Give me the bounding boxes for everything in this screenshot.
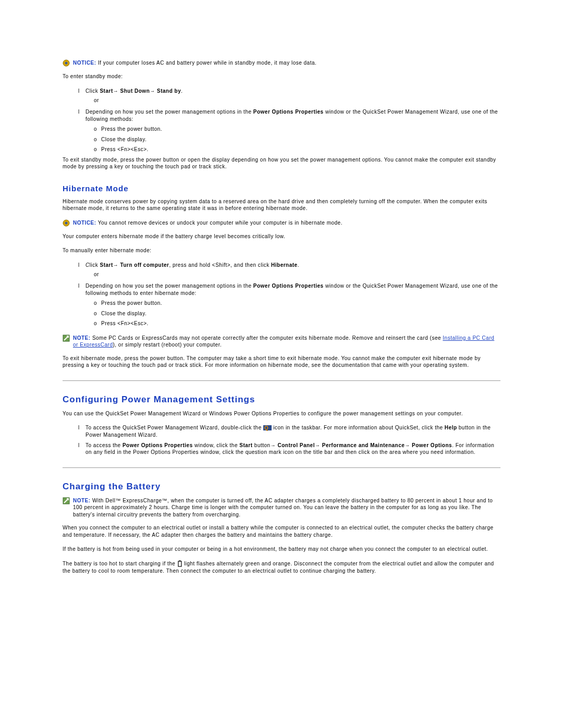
standby-exit: To exit standby mode, press the power bu… bbox=[63, 156, 500, 170]
bullet-o: o bbox=[94, 320, 101, 327]
note-text: NOTE: Some PC Cards or ExpressCards may … bbox=[73, 335, 500, 349]
notice-text: NOTICE: You cannot remove devices or und… bbox=[73, 219, 342, 227]
notice-hibernate-undock: NOTICE: You cannot remove devices or und… bbox=[63, 219, 500, 227]
standby-intro: To enter standby mode: bbox=[63, 73, 500, 80]
heading-charging: Charging the Battery bbox=[63, 482, 500, 492]
note-text: NOTE: With Dell™ ExpressCharge™, when th… bbox=[73, 497, 500, 519]
list-item: o Close the display. bbox=[94, 310, 500, 317]
bullet-o: o bbox=[94, 146, 101, 153]
list-item: l Click Start→ Turn off computer, press … bbox=[78, 262, 500, 269]
bullet-l: l bbox=[78, 262, 85, 269]
svg-text:Q: Q bbox=[264, 425, 268, 431]
bullet-l: l bbox=[78, 424, 85, 431]
quickset-taskbar-icon: Q bbox=[263, 424, 272, 431]
hibernate-sub-fnesc: Press <Fn><Esc>. bbox=[101, 320, 500, 327]
bullet-o: o bbox=[94, 136, 101, 143]
standby-sub-fnesc: Press <Fn><Esc>. bbox=[101, 146, 500, 153]
note-icon bbox=[63, 497, 70, 504]
note-hibernate-pccards: NOTE: Some PC Cards or ExpressCards may … bbox=[63, 335, 500, 349]
list-item: o Press the power button. bbox=[94, 126, 500, 133]
list-item: l Depending on how you set the power man… bbox=[78, 282, 500, 297]
hibernate-p1: Hibernate mode conserves power by copyin… bbox=[63, 198, 500, 212]
charging-p3: The battery is too hot to start charging… bbox=[63, 560, 500, 575]
list-item: l Click Start→ Shut Down→ Stand by. bbox=[78, 88, 500, 95]
notice-standby-dataloss: NOTICE: If your computer loses AC and ba… bbox=[63, 59, 500, 67]
bullet-l: l bbox=[78, 88, 85, 95]
svg-point-1 bbox=[65, 62, 68, 65]
svg-rect-9 bbox=[179, 561, 180, 562]
bullet-l: l bbox=[78, 442, 85, 449]
list-item: l Depending on how you set the power man… bbox=[78, 108, 500, 122]
note-expresscharge: NOTE: With Dell™ ExpressCharge™, when th… bbox=[63, 497, 500, 519]
hibernate-step-click-start: Click Start→ Turn off computer, press an… bbox=[85, 262, 500, 269]
charging-p2: If the battery is hot from being used in… bbox=[63, 546, 500, 553]
list-item: o Close the display. bbox=[94, 136, 500, 143]
bullet-l: l bbox=[78, 108, 85, 116]
hibernate-sub-powerbutton: Press the power button. bbox=[101, 300, 500, 307]
list-item: o Press <Fn><Esc>. bbox=[94, 320, 500, 327]
heading-config-power: Configuring Power Management Settings bbox=[63, 394, 500, 405]
battery-indicator-icon bbox=[177, 560, 182, 567]
config-item-poweroptions: To access the Power Options Properties w… bbox=[85, 442, 500, 456]
list-item: l To access the Power Options Properties… bbox=[78, 442, 500, 456]
note-label: NOTE: bbox=[73, 335, 91, 341]
section-divider bbox=[63, 467, 500, 468]
hibernate-p3: To manually enter hibernate mode: bbox=[63, 247, 500, 254]
svg-point-3 bbox=[65, 221, 68, 224]
charging-p1: When you connect the computer to an elec… bbox=[63, 524, 500, 538]
standby-sub-powerbutton: Press the power button. bbox=[101, 126, 500, 133]
hibernate-p2: Your computer enters hibernate mode if t… bbox=[63, 233, 500, 240]
heading-hibernate: Hibernate Mode bbox=[63, 184, 500, 193]
hibernate-sub-closedisplay: Close the display. bbox=[101, 310, 500, 317]
hibernate-step-depending: Depending on how you set the power manag… bbox=[85, 282, 500, 297]
list-item: o Press <Fn><Esc>. bbox=[94, 146, 500, 153]
or-separator: or bbox=[94, 97, 500, 103]
section-divider bbox=[63, 380, 500, 381]
config-item-quickset: To access the QuickSet Power Management … bbox=[85, 424, 500, 439]
document-page: NOTICE: If your computer loses AC and ba… bbox=[0, 0, 563, 613]
hibernate-exit: To exit hibernate mode, press the power … bbox=[63, 355, 500, 369]
bullet-o: o bbox=[94, 126, 101, 133]
notice-label: NOTICE: bbox=[73, 60, 96, 66]
standby-step-depending: Depending on how you set the power manag… bbox=[85, 108, 500, 122]
note-label: NOTE: bbox=[73, 498, 91, 503]
list-item: l To access the QuickSet Power Managemen… bbox=[78, 424, 500, 439]
standby-step-click-start: Click Start→ Shut Down→ Stand by. bbox=[85, 88, 500, 95]
or-separator: or bbox=[94, 272, 500, 277]
note-icon bbox=[63, 335, 70, 342]
notice-icon bbox=[63, 219, 70, 227]
bullet-o: o bbox=[94, 300, 101, 307]
standby-sub-closedisplay: Close the display. bbox=[101, 136, 500, 143]
svg-rect-8 bbox=[178, 561, 181, 566]
notice-text: NOTICE: If your computer loses AC and ba… bbox=[73, 59, 316, 67]
list-item: o Press the power button. bbox=[94, 300, 500, 307]
bullet-o: o bbox=[94, 310, 101, 317]
bullet-l: l bbox=[78, 282, 85, 290]
notice-label: NOTICE: bbox=[73, 220, 96, 226]
notice-icon bbox=[63, 59, 70, 67]
config-p1: You can use the QuickSet Power Managemen… bbox=[63, 410, 500, 417]
